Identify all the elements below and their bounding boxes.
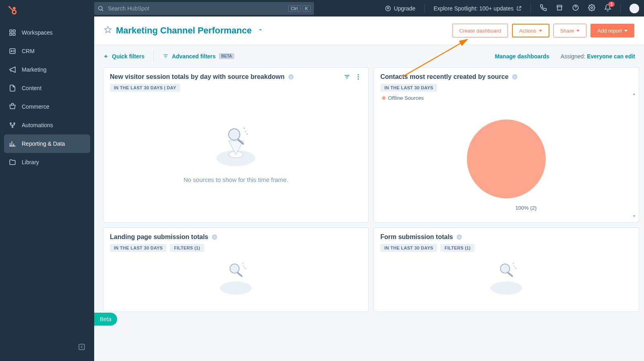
more-icon[interactable] — [355, 73, 362, 80]
card-landing-page-submissions: Landing page submission totals IN THE LA… — [103, 227, 369, 312]
notif-badge: 1 — [608, 2, 615, 7]
info-icon[interactable] — [288, 74, 294, 80]
date-range-pill: IN THE LAST 30 DAYS — [380, 84, 437, 92]
sidebar: Workspaces CRM Marketing Content Commerc… — [0, 0, 94, 361]
info-icon[interactable] — [512, 74, 518, 80]
svg-point-18 — [358, 76, 359, 78]
date-range-pill: IN THE LAST 30 DAYS — [110, 244, 167, 252]
nav-content[interactable]: Content — [4, 79, 90, 97]
avatar[interactable] — [630, 4, 639, 13]
card-contacts-by-source: Contacts most recently created by source… — [374, 67, 639, 223]
filters-pill: FILTERS (1) — [170, 244, 204, 252]
beta-feedback-button[interactable]: Beta — [94, 313, 117, 326]
svg-point-19 — [358, 78, 359, 80]
svg-point-7 — [11, 51, 12, 52]
card-title: Landing page submission totals — [110, 233, 208, 241]
content-area: Quick filters Advanced filtersBETA Manag… — [94, 45, 644, 361]
svg-point-10 — [12, 126, 13, 128]
nav-crm[interactable]: CRM — [4, 42, 90, 60]
divider — [424, 4, 425, 13]
title-dropdown-icon[interactable] — [257, 27, 264, 35]
dashboard-title[interactable]: Marketing Channel Performance — [116, 25, 252, 36]
favorite-star-icon[interactable] — [104, 26, 112, 35]
manage-dashboards-link[interactable]: Manage dashboards — [495, 53, 549, 60]
marketplace-icon[interactable] — [556, 4, 563, 12]
nav-library[interactable]: Library — [4, 153, 90, 171]
create-dashboard-button[interactable]: Create dashboard — [452, 24, 508, 37]
svg-point-0 — [13, 7, 16, 10]
topbar-right: Upgrade Explore Spotlight: 100+ updates … — [385, 4, 639, 13]
nav-label: Commerce — [22, 103, 49, 110]
quick-filters-button[interactable]: Quick filters — [103, 53, 144, 60]
topbar: Search HubSpot CtrlK Upgrade Explore Spo… — [94, 0, 644, 17]
beta-badge: BETA — [219, 53, 234, 59]
legend-dot-icon — [382, 96, 386, 100]
card-title: Contacts most recently created by source — [380, 73, 508, 80]
global-search[interactable]: Search HubSpot CtrlK — [94, 2, 314, 15]
svg-point-15 — [591, 7, 593, 9]
empty-state — [110, 252, 362, 304]
nav-marketing[interactable]: Marketing — [4, 60, 90, 79]
hubspot-logo[interactable] — [0, 0, 94, 19]
share-button[interactable]: Share — [553, 24, 587, 37]
svg-rect-32 — [507, 272, 513, 277]
pie-slice-offline-sources — [467, 120, 546, 198]
notifications-icon[interactable]: 1 — [604, 4, 611, 12]
empty-state — [380, 252, 632, 304]
page-header: Marketing Channel Performance Create das… — [94, 17, 644, 45]
info-icon[interactable] — [211, 234, 218, 240]
help-icon[interactable] — [572, 4, 579, 12]
empty-state: No sources to show for this time frame. — [110, 92, 362, 215]
svg-rect-5 — [13, 33, 15, 35]
card-form-submissions: Form submission totals IN THE LAST 30 DA… — [374, 227, 639, 312]
add-report-button[interactable]: Add report — [590, 24, 634, 37]
date-range-pill: IN THE LAST 30 DAYS — [380, 244, 437, 252]
card-visitor-sessions: New visitor session totals by day with s… — [103, 67, 369, 223]
svg-point-8 — [10, 123, 11, 124]
divider — [530, 4, 531, 13]
search-icon — [97, 5, 104, 12]
nav-commerce[interactable]: Commerce — [4, 97, 90, 116]
nav-label: Content — [22, 85, 41, 91]
svg-point-12 — [99, 6, 102, 10]
empty-illustration — [484, 260, 528, 296]
chart-legend: Offline Sources — [380, 92, 632, 103]
svg-rect-28 — [237, 272, 243, 277]
dashboard-cards: New visitor session totals by day with s… — [94, 67, 644, 320]
caret-down-icon — [539, 30, 542, 32]
nav-automations[interactable]: Automations — [4, 116, 90, 134]
settings-icon[interactable] — [588, 4, 595, 12]
advanced-filters-button[interactable]: Advanced filtersBETA — [163, 53, 234, 60]
divider — [153, 51, 154, 62]
svg-point-26 — [220, 281, 252, 295]
svg-point-31 — [500, 264, 510, 273]
nav-workspaces[interactable]: Workspaces — [4, 23, 90, 42]
info-icon[interactable] — [456, 234, 462, 240]
svg-point-30 — [491, 281, 522, 295]
spotlight-link[interactable]: Explore Spotlight: 100+ updates — [433, 5, 522, 12]
empty-illustration — [214, 260, 258, 296]
filter-bar: Quick filters Advanced filtersBETA Manag… — [94, 45, 644, 67]
svg-point-9 — [14, 123, 15, 124]
filter-icon[interactable] — [343, 73, 351, 80]
svg-point-22 — [229, 129, 240, 140]
nav-label: Workspaces — [22, 29, 53, 36]
svg-rect-3 — [13, 30, 15, 32]
pie-chart: 100% (2) — [380, 103, 632, 215]
date-range-pill: IN THE LAST 30 DAYS | DAY — [110, 84, 180, 92]
svg-rect-2 — [10, 30, 12, 32]
phone-icon[interactable] — [540, 4, 547, 12]
nav-reporting-data[interactable]: Reporting & Data — [4, 134, 90, 153]
nav-label: CRM — [22, 48, 35, 54]
nav-label: Reporting & Data — [22, 140, 65, 147]
card-title: Form submission totals — [380, 233, 453, 241]
scrollbar[interactable]: ▲▼ — [632, 92, 637, 218]
assigned-value[interactable]: Everyone can edit — [587, 53, 635, 60]
upgrade-link[interactable]: Upgrade — [385, 5, 415, 12]
empty-message: No sources to show for this time frame. — [184, 176, 288, 183]
card-title: New visitor session totals by day with s… — [110, 73, 285, 80]
actions-button[interactable]: Actions — [512, 24, 549, 37]
pie-label: 100% (2) — [515, 205, 537, 211]
svg-rect-4 — [10, 33, 12, 35]
collapse-sidebar-icon[interactable] — [78, 343, 85, 352]
